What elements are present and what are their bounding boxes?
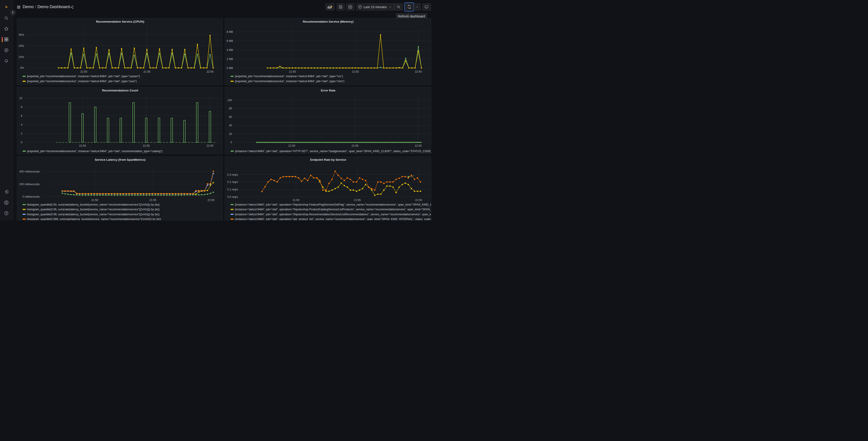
svg-text:10: 10	[19, 97, 22, 100]
svg-text:21:55: 21:55	[149, 199, 156, 202]
svg-text:4 MB: 4 MB	[226, 49, 233, 52]
svg-text:400 milliseconds: 400 milliseconds	[19, 170, 40, 173]
svg-text:21:55: 21:55	[352, 70, 359, 74]
svg-text:2 MB: 2 MB	[226, 58, 233, 61]
svg-text:{instance="otelcol:9464", job=: {instance="otelcol:9464", job="otel", op…	[235, 150, 431, 153]
svg-text:{exported_job="recommendations: {exported_job="recommendationservice", i…	[27, 75, 140, 78]
svg-text:40: 40	[229, 124, 232, 127]
svg-text:80: 80	[229, 107, 232, 110]
svg-text:6: 6	[21, 114, 22, 117]
svg-text:Recommendation Service (CPU%): Recommendation Service (CPU%)	[96, 20, 144, 23]
svg-text:22:00: 22:00	[415, 70, 422, 74]
svg-text:21:55: 21:55	[352, 144, 359, 147]
svg-text:{exported_job="recommendations: {exported_job="recommendationservice", i…	[27, 150, 162, 153]
svg-text:100: 100	[227, 99, 232, 102]
svg-text:21:55: 21:55	[354, 199, 361, 202]
svg-text:4: 4	[21, 123, 22, 126]
svg-text:0.2 req/s: 0.2 req/s	[227, 180, 238, 184]
svg-text:6 MB: 6 MB	[226, 39, 233, 42]
svg-text:Recommendations Count: Recommendations Count	[102, 89, 138, 92]
svg-text:200 milliseconds: 200 milliseconds	[19, 182, 40, 186]
svg-text:30%: 30%	[18, 33, 24, 36]
svg-text:histogram_quantile(0.95, sum(r: histogram_quantile(0.95, sum(rate(latenc…	[27, 208, 159, 211]
svg-text:0.3 req/s: 0.3 req/s	[227, 173, 238, 176]
svg-text:0 MB: 0 MB	[226, 66, 233, 70]
svg-text:0%: 0%	[20, 66, 24, 69]
svg-text:8 MB: 8 MB	[226, 30, 233, 33]
svg-text:20%: 20%	[18, 45, 24, 48]
svg-text:histogram_quantile(0.50, sum(r: histogram_quantile(0.50, sum(rate(latenc…	[27, 203, 159, 206]
svg-text:21:50: 21:50	[79, 144, 86, 147]
svg-text:22:00: 22:00	[415, 199, 422, 202]
svg-text:0 milliseconds: 0 milliseconds	[22, 195, 40, 198]
svg-text:{exported_job="recommendations: {exported_job="recommendationservice", i…	[235, 75, 343, 78]
svg-text:21:50: 21:50	[292, 199, 300, 202]
svg-text:Error Rate: Error Rate	[321, 89, 336, 92]
svg-text:21:55: 21:55	[143, 144, 150, 147]
svg-text:0: 0	[21, 141, 22, 144]
svg-text:0.0 req/s: 0.0 req/s	[227, 195, 238, 198]
svg-text:{instance="otelcol:9464", job=: {instance="otelcol:9464", job="otel", op…	[235, 212, 431, 216]
svg-text:0: 0	[230, 141, 232, 144]
svg-text:{instance="otelcol:9464", job=: {instance="otelcol:9464", job="otel", op…	[235, 208, 431, 211]
svg-text:{instance="otelcol:9464", job=: {instance="otelcol:9464", job="otel", op…	[235, 203, 431, 206]
svg-text:Recommendation Service (Memory: Recommendation Service (Memory)	[303, 20, 353, 23]
svg-text:2: 2	[21, 132, 22, 135]
svg-text:21:50: 21:50	[80, 70, 87, 74]
svg-text:22:00: 22:00	[207, 70, 214, 74]
svg-text:21:50: 21:50	[91, 199, 98, 202]
svg-text:21:50: 21:50	[288, 144, 295, 147]
svg-text:22:00: 22:00	[415, 144, 422, 147]
svg-text:{exported_job="recommendations: {exported_job="recommendationservice", i…	[27, 80, 137, 83]
svg-text:histogram_quantile(0.999, sum(: histogram_quantile(0.999, sum(rate(laten…	[27, 217, 161, 220]
svg-text:8: 8	[21, 106, 22, 109]
svg-text:20: 20	[229, 133, 232, 136]
svg-text:histogram_quantile(0.99, sum(r: histogram_quantile(0.99, sum(rate(latenc…	[27, 212, 159, 216]
svg-text:{instance="otelcol:9464", job=: {instance="otelcol:9464", job="otel", op…	[235, 217, 431, 220]
svg-text:21:55: 21:55	[143, 70, 150, 74]
svg-text:0.1 req/s: 0.1 req/s	[227, 188, 238, 191]
svg-text:Service Latency (from SpanMetr: Service Latency (from SpanMetrics)	[95, 158, 145, 161]
svg-text:22:00: 22:00	[206, 144, 213, 147]
svg-text:Endpoint Rate by Service: Endpoint Rate by Service	[310, 158, 346, 161]
svg-text:22:00: 22:00	[208, 199, 215, 202]
svg-text:21:50: 21:50	[289, 70, 296, 74]
svg-text:60: 60	[229, 115, 232, 119]
svg-text:{exported_job="recommendations: {exported_job="recommendationservice", i…	[235, 80, 344, 83]
svg-text:10%: 10%	[18, 56, 24, 59]
